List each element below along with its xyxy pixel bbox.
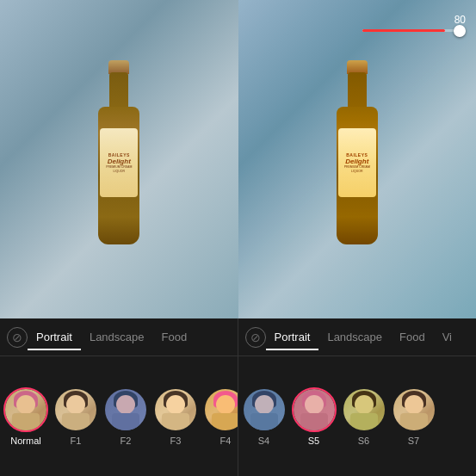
thumb-face	[66, 395, 85, 414]
tab-food-right[interactable]: Food	[391, 324, 434, 350]
premium-text-left: PREMIUM CREAM LIQUOR	[100, 165, 138, 173]
tab-food-left[interactable]: Food	[153, 324, 196, 350]
filter-f2-thumb	[103, 387, 148, 432]
filter-normal-label: Normal	[10, 436, 40, 446]
thumb-face	[116, 395, 135, 414]
right-filters-section: S4 S5	[238, 356, 477, 476]
filter-s7-label: S7	[408, 436, 419, 446]
thumb-body	[212, 413, 238, 430]
no-filter-right[interactable]: ⊘	[245, 327, 266, 348]
filter-f3-thumb	[153, 387, 198, 432]
filter-f2[interactable]: F2	[103, 387, 148, 446]
filter-s6[interactable]: S6	[342, 387, 386, 446]
filter-normal[interactable]: Normal	[3, 387, 48, 446]
tab-landscape-left[interactable]: Landscape	[81, 324, 153, 350]
thumb-body	[112, 413, 139, 430]
filter-f1-label: F1	[71, 436, 82, 446]
filter-f4-label: F4	[220, 436, 232, 446]
right-photo-bg: BAILEYS Delight PREMIUM CREAM LIQUOR 80	[238, 0, 477, 318]
bottom-panel: ⊘ Portrait Landscape Food ⊘ Portrait La	[0, 318, 476, 476]
bottle-left: BAILEYS Delight PREMIUM CREAM LIQUOR	[93, 55, 145, 244]
filter-f3-label: F3	[170, 436, 182, 446]
filter-f1[interactable]: F1	[53, 387, 98, 446]
thumb-body	[350, 413, 378, 430]
filter-s7-thumb	[392, 387, 436, 432]
left-photo-panel: BAILEYS Delight PREMIUM CREAM LIQUOR	[0, 0, 238, 318]
right-tabs-section: ⊘ Portrait Landscape Food Vi	[238, 318, 477, 356]
filter-f4-thumb	[203, 387, 238, 432]
thumb-body	[300, 413, 328, 430]
slider-fill	[362, 29, 445, 32]
tab-portrait-left[interactable]: Portrait	[28, 324, 81, 350]
delight-text-right: Delight	[345, 158, 368, 165]
filter-normal-thumb	[3, 387, 48, 432]
filter-f3[interactable]: F3	[153, 387, 198, 446]
thumb-face	[405, 395, 423, 414]
tab-landscape-right[interactable]: Landscape	[318, 324, 391, 350]
delight-text-left: Delight	[108, 158, 131, 165]
no-filter-left[interactable]: ⊘	[7, 327, 28, 348]
filter-s4-thumb	[242, 387, 287, 432]
filter-f4[interactable]: F4	[203, 387, 238, 446]
filter-s5[interactable]: S5	[292, 387, 337, 446]
bottle-right: BAILEYS Delight PREMIUM CREAM LIQUOR	[331, 55, 383, 244]
filter-s6-label: S6	[358, 436, 369, 446]
slider-overlay: 80	[362, 14, 466, 32]
bottle-label-right: BAILEYS Delight PREMIUM CREAM LIQUOR	[338, 128, 376, 197]
slider-track[interactable]	[362, 29, 466, 32]
left-photo-bg: BAILEYS Delight PREMIUM CREAM LIQUOR	[0, 0, 238, 318]
app-container: BAILEYS Delight PREMIUM CREAM LIQUOR	[0, 0, 476, 476]
thumb-body	[12, 413, 40, 430]
bottle-body-right: BAILEYS Delight PREMIUM CREAM LIQUOR	[337, 107, 378, 244]
bottle-label-left: BAILEYS Delight PREMIUM CREAM LIQUOR	[100, 128, 138, 197]
left-filters-section: Normal F1	[0, 356, 238, 476]
tab-portrait-right[interactable]: Portrait	[266, 324, 319, 350]
main-content: BAILEYS Delight PREMIUM CREAM LIQUOR	[0, 0, 476, 318]
filter-s4[interactable]: S4	[242, 387, 287, 446]
thumb-body	[62, 413, 90, 430]
thumb-face	[305, 395, 324, 414]
filter-s4-label: S4	[258, 436, 269, 446]
thumb-body	[400, 413, 428, 430]
right-photo-panel: BAILEYS Delight PREMIUM CREAM LIQUOR 80	[238, 0, 477, 318]
filter-f1-thumb	[53, 387, 98, 432]
thumb-face	[355, 395, 374, 414]
bottle-body-left: BAILEYS Delight PREMIUM CREAM LIQUOR	[98, 107, 139, 244]
thumb-face	[16, 395, 35, 414]
thumb-face	[216, 395, 235, 414]
thumb-body	[162, 413, 189, 430]
filter-row: Normal F1	[0, 356, 476, 476]
premium-text-right: PREMIUM CREAM LIQUOR	[338, 165, 376, 173]
thumb-face	[255, 395, 274, 414]
filter-tabs: ⊘ Portrait Landscape Food ⊘ Portrait La	[0, 318, 476, 356]
filter-s5-thumb	[292, 387, 337, 432]
tab-vi-right[interactable]: Vi	[434, 324, 461, 350]
filter-s7[interactable]: S7	[392, 387, 436, 446]
thumb-face	[166, 395, 185, 414]
slider-thumb[interactable]	[454, 25, 466, 37]
filter-s6-thumb	[342, 387, 386, 432]
thumb-body	[250, 413, 278, 430]
left-tabs-section: ⊘ Portrait Landscape Food	[0, 318, 238, 356]
filter-f2-label: F2	[121, 436, 132, 446]
filter-s5-label: S5	[308, 436, 319, 446]
